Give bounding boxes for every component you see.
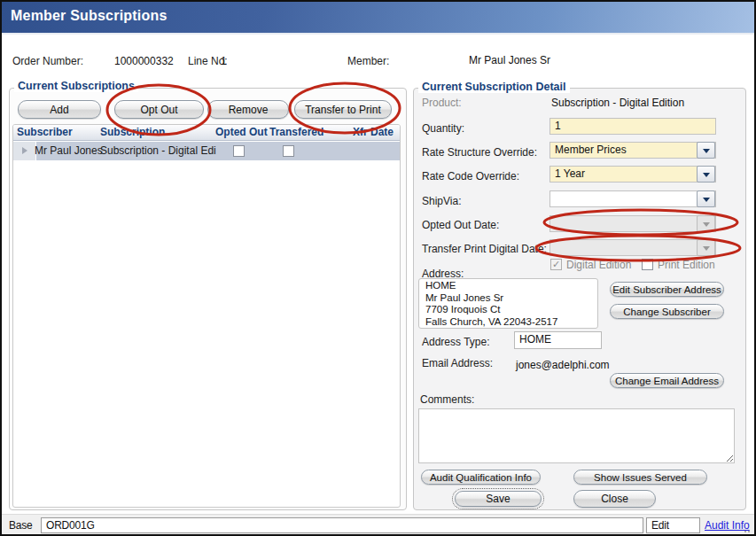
add-button[interactable]: Add — [18, 100, 101, 119]
opted-out-checkbox[interactable] — [233, 145, 245, 157]
close-button[interactable]: Close — [573, 490, 656, 508]
cell-subscriber: Mr Paul Jones — [35, 144, 103, 157]
row-selector-cell[interactable] — [13, 142, 36, 160]
transfered-checkbox[interactable] — [283, 145, 294, 157]
product-value: Subscription - Digital Edition — [551, 97, 684, 109]
row-arrow-icon — [22, 147, 27, 154]
edit-mode-field: Edit — [646, 517, 700, 533]
save-button[interactable]: Save — [455, 491, 542, 507]
current-subscription-detail-title: Current Subscription Detail — [418, 81, 570, 93]
status-bar: Base ORD001G Edit Audit Info — [2, 514, 754, 534]
subscriptions-table[interactable]: Subscriber Subscription Opted Out Transf… — [12, 124, 401, 508]
change-email-address-button[interactable]: Change Email Address — [610, 373, 724, 388]
transfer-print-date-label: Transfer Print Digital Date: — [422, 243, 547, 255]
rate-code-label: Rate Code Override: — [422, 170, 519, 183]
rate-structure-value: Member Prices — [555, 144, 627, 156]
line-no-value: 1 — [221, 55, 227, 67]
col-transfered: Transfered — [269, 126, 323, 138]
opted-out-date-select — [549, 215, 716, 232]
address-type-label: Address Type: — [422, 336, 490, 348]
dropdown-arrow-icon[interactable] — [697, 166, 715, 183]
digital-edition-label: Digital Edition — [566, 259, 631, 271]
dropdown-arrow-icon[interactable] — [697, 190, 715, 207]
address-box: HOME Mr Paul Jones Sr 7709 Iroquois Ct F… — [418, 278, 598, 329]
address-line: Falls Church, VA 22043-2517 — [425, 316, 597, 329]
rate-code-select[interactable]: 1 Year — [549, 166, 716, 183]
shipvia-label: ShipVia: — [422, 195, 461, 207]
dropdown-arrow-icon[interactable] — [697, 142, 715, 159]
rate-structure-select[interactable]: Member Prices — [549, 142, 716, 159]
dropdown-arrow-icon — [697, 239, 715, 256]
cell-subscription: Subscription - Digital Edi — [100, 144, 216, 157]
screen-code-field[interactable]: ORD001G — [41, 517, 643, 533]
shipvia-select[interactable] — [549, 190, 716, 207]
col-subscriber: Subscriber — [17, 126, 73, 138]
comments-label: Comments: — [420, 393, 474, 406]
address-line: HOME — [425, 280, 597, 292]
col-opted-out: Opted Out — [215, 126, 268, 138]
opted-out-date-label: Opted Out Date: — [422, 219, 499, 231]
transfer-print-date-select — [549, 239, 716, 256]
window-title: Member Subscriptions — [11, 8, 167, 24]
rate-structure-label: Rate Structure Override: — [422, 146, 537, 159]
product-label: Product: — [422, 97, 462, 109]
print-edition-checkbox[interactable] — [642, 259, 653, 270]
print-edition-label: Print Edition — [658, 259, 715, 271]
remove-button[interactable]: Remove — [207, 100, 289, 119]
member-label: Member: — [347, 55, 389, 67]
email-address-label: Email Address: — [422, 357, 493, 369]
rate-code-value: 1 Year — [555, 167, 585, 180]
col-xfr-date: Xfr Date — [353, 126, 394, 138]
address-type-field[interactable]: HOME — [514, 331, 602, 349]
member-subscriptions-window: Member Subscriptions Order Number: 10000… — [0, 0, 756, 536]
resize-grip — [744, 527, 752, 532]
show-issues-served-button[interactable]: Show Issues Served — [573, 470, 707, 485]
audit-qualification-info-button[interactable]: Audit Qualification Info — [421, 470, 541, 485]
change-subscriber-button[interactable]: Change Subscriber — [610, 304, 724, 319]
subscriptions-table-header: Subscriber Subscription Opted Out Transf… — [13, 125, 400, 141]
comments-textarea[interactable] — [418, 408, 735, 463]
audit-info-link[interactable]: Audit Info — [705, 519, 750, 532]
edit-subscriber-address-button[interactable]: Edit Subscriber Address — [610, 282, 724, 297]
email-address-value: jones@adelphi.com — [516, 359, 610, 371]
quantity-field[interactable]: 1 — [549, 118, 716, 135]
member-value: Mr Paul Jones Sr — [469, 54, 550, 66]
table-row[interactable]: Mr Paul Jones Subscription - Digital Edi — [13, 142, 400, 160]
title-bar: Member Subscriptions — [2, 2, 754, 35]
current-subscriptions-title: Current Subscriptions — [14, 80, 138, 92]
transfer-to-print-button[interactable]: Transfer to Print — [294, 100, 392, 119]
quantity-label: Quantity: — [422, 122, 464, 135]
address-line: Mr Paul Jones Sr — [425, 292, 597, 305]
dropdown-arrow-icon — [697, 215, 715, 232]
col-subscription: Subscription — [100, 126, 165, 138]
order-number-label: Order Number: — [12, 55, 83, 67]
order-number-value: 1000000332 — [114, 55, 174, 67]
base-label: Base — [9, 519, 33, 532]
opt-out-button[interactable]: Opt Out — [114, 100, 204, 119]
address-line: 7709 Iroquois Ct — [425, 304, 597, 316]
digital-edition-checkbox: ✓ — [550, 259, 562, 270]
